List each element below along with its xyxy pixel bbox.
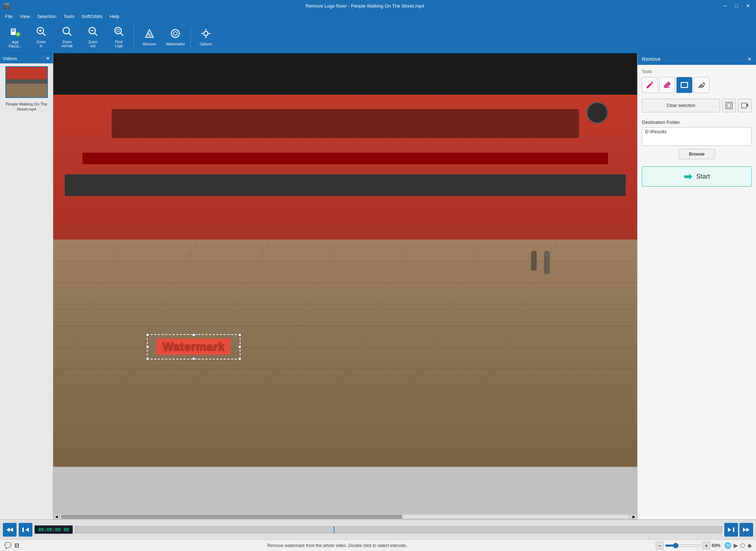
menu-softorbits[interactable]: SoftOrbits (78, 12, 106, 21)
title-bar: 🎬 Remove Logo Now! - People Walking On T… (0, 0, 756, 12)
playhead[interactable] (334, 527, 334, 533)
svg-rect-1 (12, 29, 15, 30)
train-undercarriage (65, 174, 625, 196)
social-video-icon[interactable]: ▶ (734, 542, 738, 549)
tick (204, 532, 269, 533)
handle-left-mid[interactable] (146, 345, 149, 348)
zoom-in-button[interactable]: Zoomin (29, 23, 53, 51)
tools-row (642, 77, 752, 93)
options-button[interactable]: Options (194, 23, 218, 51)
handle-top-left[interactable] (146, 333, 149, 336)
add-files-icon (9, 26, 21, 39)
menu-selection[interactable]: Selection (33, 12, 60, 21)
svg-rect-48 (22, 528, 24, 532)
handle-top-right[interactable] (238, 333, 241, 336)
sidebar: Videos ✕ People Walking On The Street.mp… (0, 53, 53, 519)
pencil-tool-button[interactable] (642, 77, 658, 93)
add-files-button[interactable]: AddFile(s)... (3, 23, 27, 51)
find-logo-label: FindLogo (115, 40, 123, 48)
status-bar: 💬 ⊟ Remove watermark from the whole vide… (0, 539, 756, 551)
right-panel: Remove ✕ Tools Cle (637, 53, 756, 519)
panel-title: Remove (642, 56, 661, 62)
social-share-icon[interactable]: ⬡ (740, 542, 745, 549)
panel-close-button[interactable]: ✕ (747, 56, 752, 62)
lasso-tool-button[interactable] (694, 77, 710, 93)
svg-rect-41 (681, 82, 688, 88)
end-button[interactable] (739, 523, 753, 537)
eraser-tool-button[interactable] (659, 77, 675, 93)
select-video-button[interactable] (738, 99, 752, 112)
menu-help[interactable]: Help (106, 12, 123, 21)
handle-bottom-left[interactable] (146, 357, 149, 360)
minimize-button[interactable]: ─ (720, 2, 730, 9)
zoom-out-icon (87, 26, 98, 39)
svg-rect-50 (733, 528, 734, 532)
svg-line-7 (42, 33, 45, 36)
zoom-normal-label: Zoomnormal (62, 40, 73, 48)
handle-bottom-right[interactable] (238, 357, 241, 360)
handle-right-mid[interactable] (238, 345, 241, 348)
window-controls: ─ □ ✕ (720, 2, 753, 9)
menu-file[interactable]: File (1, 12, 16, 21)
svg-marker-47 (26, 528, 29, 532)
select-frame-button[interactable] (722, 99, 736, 112)
video-canvas[interactable]: Watermark (53, 53, 637, 467)
zoom-in-label: Zoomin (36, 40, 46, 48)
panel-content: Tools Clear selection (638, 65, 756, 519)
handle-top-mid[interactable] (192, 333, 195, 336)
horizontal-scrollbar[interactable]: ◀ ▶ (53, 514, 637, 519)
canvas-area: Watermark ◀ (53, 53, 637, 519)
timeline-track[interactable] (75, 526, 722, 533)
rewind-button[interactable] (3, 523, 17, 537)
social-icons: 🌐 ▶ ⬡ ◆ (724, 542, 752, 549)
menu-view[interactable]: View (16, 12, 33, 21)
video-thumbnail[interactable] (5, 66, 48, 98)
browse-button[interactable]: Browse (679, 149, 715, 159)
social-star-icon[interactable]: ◆ (747, 542, 752, 549)
tools-label: Tools (642, 69, 752, 74)
watermarks-button[interactable]: Watermarks (163, 23, 188, 51)
start-arrow-icon: ➡ (684, 171, 692, 183)
close-button[interactable]: ✕ (743, 2, 753, 9)
find-logo-icon (113, 26, 124, 39)
zoom-out-button[interactable]: Zoomout (81, 23, 105, 51)
zoom-slider[interactable] (665, 545, 701, 547)
scroll-right-button[interactable]: ▶ (631, 514, 637, 519)
svg-marker-49 (728, 528, 731, 532)
video-frame: Watermark (53, 53, 637, 467)
scroll-left-button[interactable]: ◀ (53, 514, 60, 519)
menu-tools[interactable]: Tools (60, 12, 78, 21)
people-silhouettes (531, 251, 550, 274)
watermark-selection[interactable]: Watermark (147, 334, 240, 359)
handle-bottom-mid[interactable] (192, 357, 195, 360)
scroll-thumb[interactable] (62, 515, 402, 519)
tick (334, 532, 399, 533)
app-icon: 🎬 (3, 3, 10, 9)
toolbar-separator-2 (190, 26, 191, 48)
below-canvas-area (53, 467, 637, 514)
status-icon-1[interactable]: 💬 (4, 542, 12, 549)
status-icon-2[interactable]: ⊟ (14, 542, 19, 549)
zoom-minus-button[interactable]: − (656, 542, 663, 550)
remove-button[interactable]: Remove (137, 23, 162, 51)
zoom-plus-button[interactable]: + (702, 542, 710, 550)
rectangle-tool-button[interactable] (676, 77, 692, 93)
next-frame-button[interactable] (724, 523, 738, 537)
sidebar-close-button[interactable]: ✕ (46, 55, 50, 61)
zoom-normal-icon (62, 26, 72, 39)
train-window (112, 109, 579, 138)
find-logo-button[interactable]: FindLogo (107, 23, 131, 51)
svg-line-13 (94, 33, 97, 36)
previous-frame-button[interactable] (19, 523, 32, 537)
start-button[interactable]: ➡ Start (642, 166, 752, 187)
options-icon (201, 28, 211, 41)
social-web-icon[interactable]: 🌐 (724, 542, 732, 549)
scroll-track[interactable] (61, 515, 629, 519)
remove-icon (144, 28, 155, 41)
restore-button[interactable]: □ (732, 2, 742, 9)
sidebar-title: Videos (3, 56, 17, 61)
tick (528, 532, 593, 533)
clear-selection-button[interactable]: Clear selection (642, 99, 720, 112)
tick (593, 532, 657, 533)
zoom-normal-button[interactable]: Zoomnormal (55, 23, 79, 51)
